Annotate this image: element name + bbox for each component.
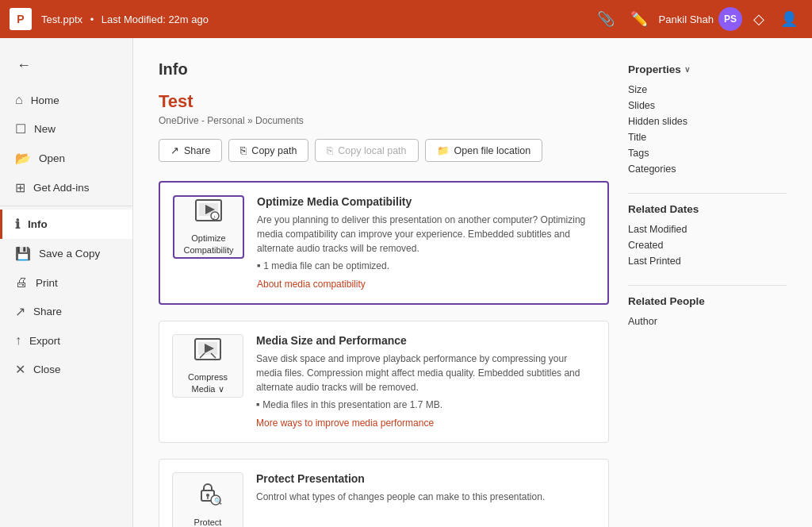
app-body: ← ⌂ Home ☐ New 📂 Open ⊞ Get Add-ins ℹ In…	[0, 38, 812, 527]
compress-icon-box[interactable]: CompressMedia ∨	[172, 334, 243, 398]
optimize-icon-box[interactable]: ♪ OptimizeCompatibility	[173, 195, 244, 259]
optimize-body: Optimize Media Compatibility Are you pla…	[257, 195, 595, 290]
protect-body: Protect Presentation Control what types …	[256, 472, 596, 527]
open-icon: 📂	[15, 151, 31, 166]
optimize-card: ♪ OptimizeCompatibility Optimize Media C…	[159, 181, 609, 305]
right-panel: Properties ∨ Size Slides Hidden slides T…	[628, 60, 787, 511]
compress-link[interactable]: More ways to improve media performance	[256, 417, 434, 429]
sidebar-item-open-label: Open	[39, 152, 65, 164]
sidebar-item-home[interactable]: ⌂ Home	[0, 86, 132, 114]
prop-title: Title	[628, 129, 787, 145]
title-bar-actions: 📎 ✏️ Pankil Shah PS ◇ 👤	[592, 7, 802, 31]
protect-card: 🔍 Protect Protect Presentation Control w…	[159, 459, 609, 527]
people-author: Author	[628, 314, 787, 329]
protect-icon-label: Protect	[194, 517, 222, 527]
sidebar-item-export[interactable]: ↑ Export	[0, 326, 132, 355]
compress-description: Save disk space and improve playback per…	[256, 352, 596, 394]
sidebar-item-close-label: Close	[33, 364, 61, 375]
protect-description: Control what types of changes people can…	[256, 490, 596, 504]
sidebar-item-open[interactable]: 📂 Open	[0, 144, 132, 173]
share-icon: ↗	[15, 304, 25, 319]
back-button[interactable]: ←	[10, 51, 38, 79]
sidebar-item-new-label: New	[34, 123, 56, 135]
sidebar-item-home-label: Home	[31, 94, 59, 106]
export-icon: ↑	[15, 333, 21, 348]
related-people-title: Related People	[628, 295, 787, 307]
optimize-link[interactable]: About media compatibility	[257, 279, 366, 290]
open-file-label: Open file location	[454, 145, 531, 156]
compress-card: CompressMedia ∨ Media Size and Performan…	[159, 321, 609, 443]
pencil-icon[interactable]: ✏️	[626, 10, 653, 28]
close-icon: ✕	[15, 362, 25, 377]
app-logo: P	[10, 8, 32, 30]
date-last-modified: Last Modified	[628, 221, 787, 237]
related-people-section: Related People Author	[628, 295, 787, 329]
filename-display: Test.pptx • Last Modified: 22m ago	[41, 13, 209, 25]
compress-body: Media Size and Performance Save disk spa…	[256, 334, 596, 429]
prop-tags: Tags	[628, 145, 787, 161]
optimize-icon-label: OptimizeCompatibility	[184, 233, 234, 256]
date-created: Created	[628, 237, 787, 253]
sidebar-divider	[0, 206, 132, 206]
svg-text:♪: ♪	[213, 213, 216, 221]
action-buttons: ↗ Share ⎘ Copy path ⎘ Copy local path 📁 …	[159, 139, 609, 162]
protect-icon-box[interactable]: 🔍 Protect	[172, 472, 243, 527]
sidebar-item-save-copy[interactable]: 💾 Save a Copy	[0, 239, 132, 268]
attachment-icon[interactable]: 📎	[592, 10, 619, 28]
protect-icon: 🔍	[193, 479, 222, 514]
svg-point-9	[206, 494, 209, 497]
protect-title: Protect Presentation	[256, 472, 596, 485]
properties-title: Properties ∨	[628, 63, 787, 75]
save-icon: 💾	[15, 246, 31, 261]
optimize-bullet: 1 media file can be optimized.	[257, 260, 595, 271]
new-icon: ☐	[15, 121, 26, 137]
avatar[interactable]: PS	[718, 7, 742, 31]
compress-title: Media Size and Performance	[256, 334, 596, 347]
prop-hidden-slides: Hidden slides	[628, 113, 787, 129]
prop-slides: Slides	[628, 98, 787, 113]
user-info: Pankil Shah PS	[659, 7, 742, 31]
related-dates-section: Related Dates Last Modified Created Last…	[628, 203, 787, 269]
main-content: Info Test OneDrive - Personal » Document…	[133, 38, 812, 527]
sidebar-item-info-label: Info	[28, 218, 48, 230]
copy-path-button[interactable]: ⎘ Copy path	[228, 139, 308, 162]
share-btn-icon: ↗	[170, 144, 179, 156]
diamond-icon[interactable]: ◇	[749, 10, 769, 28]
properties-section: Properties ∨ Size Slides Hidden slides T…	[628, 63, 787, 177]
copy-local-path-button[interactable]: ⎘ Copy local path	[315, 139, 418, 162]
prop-size: Size	[628, 82, 787, 98]
sidebar-item-print-label: Print	[36, 277, 58, 289]
person-icon[interactable]: 👤	[776, 10, 802, 28]
compress-icon-label: CompressMedia ∨	[188, 371, 228, 394]
sidebar-item-new[interactable]: ☐ New	[0, 114, 132, 144]
optimize-icon: ♪	[194, 198, 223, 229]
svg-text:🔍: 🔍	[214, 497, 222, 505]
copy-path-label: Copy path	[251, 145, 297, 156]
right-divider-2	[628, 285, 787, 286]
sidebar-item-share[interactable]: ↗ Share	[0, 297, 132, 326]
print-icon: 🖨	[15, 275, 28, 290]
main-left: Info Test OneDrive - Personal » Document…	[159, 60, 628, 511]
sidebar-item-info[interactable]: ℹ Info	[0, 210, 132, 239]
file-name: Test	[159, 91, 609, 112]
related-dates-title: Related Dates	[628, 203, 787, 215]
optimize-description: Are you planning to deliver this present…	[257, 213, 595, 256]
sidebar-item-close[interactable]: ✕ Close	[0, 355, 132, 384]
sidebar-item-get-add-ins[interactable]: ⊞ Get Add-ins	[0, 173, 132, 202]
share-btn-label: Share	[184, 145, 210, 156]
sidebar-item-share-label: Share	[33, 306, 62, 317]
page-title: Info	[159, 60, 609, 79]
folder-icon: 📁	[437, 144, 450, 156]
copy-local-label: Copy local path	[338, 145, 406, 156]
compress-bullet: Media files in this presentation are 1.7…	[256, 399, 596, 410]
open-file-location-button[interactable]: 📁 Open file location	[425, 139, 543, 162]
home-icon: ⌂	[15, 93, 23, 107]
file-path: OneDrive - Personal » Documents	[159, 115, 609, 126]
user-name: Pankil Shah	[659, 13, 714, 25]
sidebar-item-print[interactable]: 🖨 Print	[0, 268, 132, 297]
title-bar: P Test.pptx • Last Modified: 22m ago 📎 ✏…	[0, 0, 812, 38]
properties-chevron[interactable]: ∨	[684, 65, 690, 74]
date-last-printed: Last Printed	[628, 253, 787, 269]
share-button[interactable]: ↗ Share	[159, 139, 222, 162]
copy-path-icon: ⎘	[240, 145, 247, 156]
